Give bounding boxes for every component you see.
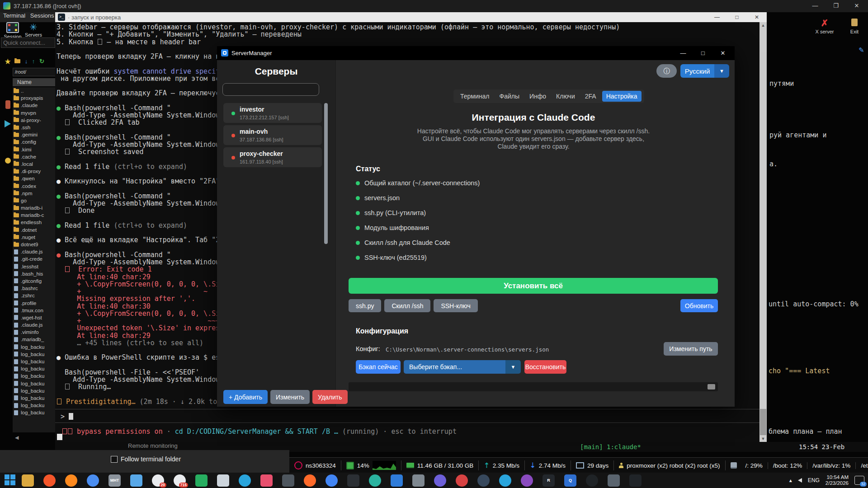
text-editor-icon[interactable] [217, 474, 229, 487]
file-list-item[interactable]: proxyapis [13, 94, 55, 102]
notepad-icon[interactable] [130, 474, 142, 487]
info-button[interactable]: ⓘ [656, 64, 677, 78]
maximize-icon[interactable]: ❐ [828, 1, 844, 10]
file-list-item[interactable]: log_backu [13, 365, 55, 372]
scrollbar[interactable]: ▲ ▼ [760, 22, 767, 442]
favorites-star-icon[interactable]: ★ [4, 57, 12, 66]
close-icon[interactable]: ✕ [715, 48, 731, 58]
minimize-icon[interactable]: — [675, 48, 691, 58]
chrome-icon[interactable] [326, 474, 338, 487]
file-list-item[interactable]: log_backu [13, 402, 55, 409]
tab-ключи[interactable]: Ключи [552, 91, 579, 102]
file-list-item[interactable]: .lesshst [13, 263, 55, 270]
server-card[interactable]: investor173.212.212.157 [ssh] [223, 103, 322, 123]
file-list-item[interactable]: go [13, 197, 55, 204]
component-button[interactable]: Скилл /ssh [384, 299, 430, 312]
tab-терминал[interactable]: Терминал [456, 91, 493, 102]
далить-button[interactable]: Удалить [312, 390, 347, 404]
file-list-item[interactable]: .. [13, 87, 55, 94]
file-list-item[interactable]: .viminfo [13, 328, 55, 336]
tab-настройка[interactable]: Настройка [602, 91, 642, 102]
obs-icon[interactable] [586, 474, 598, 487]
chrome-profile-icon[interactable]: 715 [174, 474, 186, 487]
violet-app-icon[interactable] [521, 474, 533, 487]
file-list-item[interactable]: .cache [13, 153, 55, 160]
server-search-input[interactable] [222, 83, 319, 96]
file-list-item[interactable]: .zshrc [13, 292, 55, 299]
refresh-button[interactable]: Обновить [680, 299, 718, 312]
edge-icon[interactable] [369, 474, 381, 487]
file-list-item[interactable]: .bashrc [13, 285, 55, 292]
install-all-button[interactable]: Установить всё [349, 278, 718, 294]
language-select[interactable]: Русский ▼ [680, 64, 729, 78]
minimize-icon[interactable]: — [807, 1, 823, 10]
chromium-icon[interactable] [87, 474, 99, 487]
restore-button[interactable]: Восстановить [524, 360, 566, 374]
game-tool-icon[interactable] [4, 157, 12, 165]
file-list-item[interactable]: myvpn [13, 109, 55, 117]
change-path-button[interactable]: Изменить путь [664, 342, 718, 356]
firefox-icon[interactable] [65, 474, 77, 487]
file-explorer-icon[interactable] [22, 474, 34, 487]
log-strip[interactable] [349, 382, 718, 391]
scroll-thumb[interactable] [760, 409, 766, 435]
tab-2fa[interactable]: 2FA [581, 91, 600, 102]
server-list-scrollbar[interactable] [324, 103, 328, 244]
file-list-item[interactable]: mariadb-i [13, 204, 55, 211]
file-list-item[interactable]: endlessh [13, 219, 55, 226]
ide-icon[interactable] [629, 474, 642, 487]
macro-tool-icon[interactable] [4, 100, 12, 111]
file-list-item[interactable]: .kimi [13, 146, 55, 153]
rider-icon[interactable]: R [542, 474, 555, 487]
file-list-item[interactable]: .di-proxy [13, 168, 55, 175]
backup-select[interactable]: Выберите бэкап... ▼ [404, 360, 521, 374]
file-list-item[interactable]: .qwen [13, 175, 55, 182]
follow-folder-row[interactable]: Follow terminal folder [111, 455, 181, 463]
file-list-item[interactable]: .wget-hst [13, 314, 55, 321]
archiver-icon[interactable]: MHT [108, 474, 121, 487]
зменить-button[interactable]: Изменить [270, 390, 310, 404]
file-list-item[interactable]: .profile [13, 299, 55, 306]
file-list-item[interactable]: .codex [13, 182, 55, 189]
file-list-item[interactable]: .claude.js [13, 248, 55, 255]
backup-now-button[interactable]: Бэкап сейчас [356, 360, 401, 374]
file-list-item[interactable]: log_backu [13, 387, 55, 394]
volume-icon[interactable] [798, 478, 802, 483]
file-list-item[interactable]: .dotnet [13, 226, 55, 234]
language-indicator[interactable]: ENG [808, 477, 820, 483]
file-list-item[interactable]: mariadb-c [13, 211, 55, 219]
night-app-icon[interactable] [477, 474, 490, 487]
telegram-icon[interactable] [239, 474, 251, 487]
maximize-icon[interactable]: □ [695, 48, 711, 58]
menu-terminal[interactable]: Terminal [3, 12, 25, 19]
file-list-item[interactable]: .git-crede [13, 255, 55, 263]
send-tool-icon[interactable] [4, 120, 12, 129]
brave-icon[interactable] [43, 474, 56, 487]
file-list-item[interactable]: .gemini [13, 131, 55, 138]
scroll-thumb[interactable] [708, 384, 715, 389]
name-column-header[interactable]: Name [13, 78, 55, 86]
file-list-item[interactable]: log_backu [13, 372, 55, 380]
refresh-icon[interactable]: ↻ [39, 58, 44, 65]
обавить-button[interactable]: + Добавить [223, 390, 268, 404]
x-server-button[interactable]: ✗ X server [812, 17, 837, 34]
folder-up-icon[interactable] [14, 59, 20, 63]
file-list-item[interactable]: log_backu [13, 409, 55, 416]
quick-connect-input[interactable] [1, 38, 55, 47]
file-list-item[interactable]: .nuget [13, 234, 55, 241]
file-list-item[interactable]: .config [13, 138, 55, 145]
screenshot-icon[interactable] [412, 474, 425, 487]
component-button[interactable]: SSH-ключ [434, 299, 477, 312]
file-list[interactable]: ..proxyapis.claudemyvpnai-proxy-.ssh.gem… [13, 87, 55, 432]
menu-sessions[interactable]: Sessions [30, 12, 54, 19]
server-card[interactable]: main-ovh37.187.136.86 [ssh] [223, 125, 322, 145]
file-list-item[interactable]: log_backu [13, 358, 55, 365]
file-list-item[interactable]: dotnet9 [13, 241, 55, 248]
servers-button[interactable]: ✳ Servers [24, 22, 43, 38]
file-list-item[interactable]: log_backu [13, 351, 55, 358]
tab-файлы[interactable]: Файлы [495, 91, 523, 102]
file-list-item[interactable]: .ssh [13, 124, 55, 131]
tab-инфо[interactable]: Инфо [525, 91, 550, 102]
remote-monitoring-label[interactable]: Remote monitoring [128, 442, 178, 449]
file-list-item[interactable]: log_backu [13, 394, 55, 402]
